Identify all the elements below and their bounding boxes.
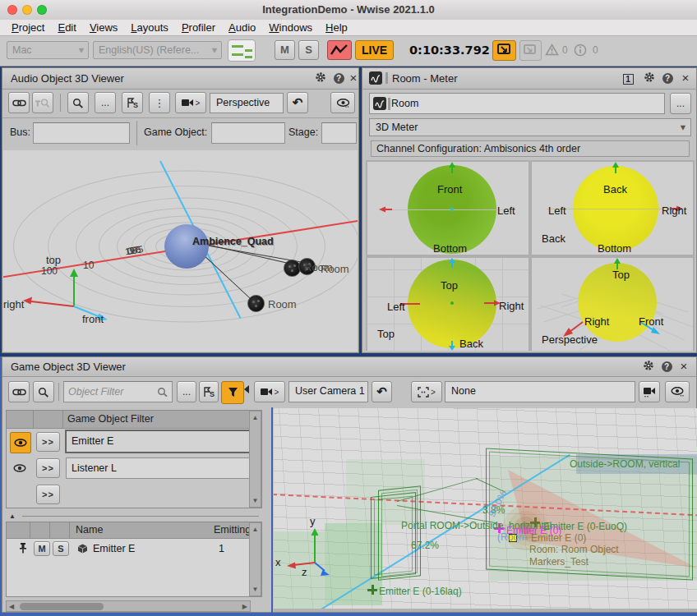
table-row[interactable]: M S Emitter E 1 (7, 538, 250, 561)
camera-field[interactable]: User Camera 1 (288, 381, 368, 402)
menu-views[interactable]: Views (83, 21, 124, 34)
visibility-button[interactable] (665, 381, 690, 402)
info-icon[interactable] (574, 44, 587, 57)
visibility-button[interactable] (330, 92, 355, 113)
visibility-toggle-emitter[interactable] (10, 432, 31, 453)
link-button[interactable] (8, 92, 30, 113)
scroll-up-icon[interactable]: ▲ (250, 414, 261, 421)
gear-icon[interactable] (313, 71, 328, 85)
capture-time: 0:10:33.792 (409, 44, 490, 57)
scroll-down-icon[interactable]: ▼ (250, 586, 261, 593)
master-mute-button[interactable]: M (275, 40, 295, 60)
menu-dots-button[interactable]: ⋮ (149, 92, 170, 113)
name-column-header[interactable]: Name (76, 524, 103, 536)
scrollbar-thumb[interactable] (20, 603, 104, 610)
browse-button[interactable]: ... (670, 93, 691, 114)
row-mute-button[interactable]: M (34, 541, 50, 556)
menu-profiler[interactable]: Profiler (175, 21, 222, 34)
menu-help[interactable]: Help (319, 21, 354, 34)
master-solo-button[interactable]: S (298, 40, 319, 60)
assign-button[interactable]: >> (36, 432, 60, 452)
room-label-truncated: (Room (497, 531, 527, 543)
meter-view-perspective: Top Right Front Perspective (532, 258, 693, 351)
game-3d-viewport[interactable]: Outside->ROOM, vertical Portal ROOM->Out… (274, 408, 697, 609)
table-scrollbar[interactable]: ▲ ▼ (249, 522, 261, 596)
pane-splitter[interactable]: ▲ (6, 512, 262, 520)
filter-options-button[interactable]: ... (177, 381, 196, 402)
audio-3d-scene[interactable]: top 100 10 10 9 8 7 6 5 Ambience_Quad Ro… (3, 150, 358, 352)
follow-target-field[interactable]: None (445, 381, 635, 402)
show-settings-button[interactable]: S (199, 381, 219, 402)
more-options-button[interactable]: ... (95, 92, 116, 113)
search-button[interactable] (67, 92, 89, 113)
link-button[interactable] (8, 381, 30, 402)
instance-button[interactable]: 1 (621, 72, 635, 86)
row-solo-button[interactable]: S (53, 541, 69, 556)
scroll-left-icon[interactable]: ◀ (9, 603, 14, 610)
horizontal-scrollbar[interactable]: ◀ ▶ (6, 600, 251, 612)
scroll-right-icon[interactable]: ▶ (242, 603, 247, 610)
camera-icon (261, 388, 273, 396)
y-axis-label: y (310, 515, 316, 527)
menu-audio[interactable]: Audio (222, 21, 262, 34)
reset-view-button[interactable]: ↶ (287, 92, 308, 113)
visibility-toggle-listener[interactable] (10, 458, 30, 478)
help-icon[interactable]: ? (660, 71, 675, 85)
bus-field[interactable] (33, 122, 130, 144)
scroll-down-icon[interactable]: ▼ (250, 497, 261, 504)
loudness-meter-button[interactable] (228, 39, 256, 62)
game-object-filter-list: Game Object Filter >> Emitter E >> Liste… (6, 410, 262, 508)
assign-button[interactable]: >> (36, 458, 60, 478)
splitter-line (22, 516, 259, 517)
profiler-toggle-button[interactable] (327, 40, 352, 60)
front-sphere-label: Front (437, 183, 462, 195)
close-icon[interactable]: × (346, 71, 361, 85)
live-button[interactable]: LIVE (355, 40, 394, 60)
filter-active-button[interactable] (221, 381, 244, 404)
link-icon (12, 99, 26, 108)
camera-select-button[interactable]: > (175, 92, 206, 113)
dock-accent (0, 613, 697, 616)
gear-icon[interactable] (642, 71, 657, 85)
close-icon[interactable]: × (676, 360, 691, 374)
scroll-up-icon[interactable]: ▲ (250, 526, 261, 533)
help-icon[interactable]: ? (331, 71, 346, 85)
room-label: Room (321, 263, 349, 275)
game-object-field[interactable] (211, 122, 285, 144)
warning-icon[interactable] (545, 44, 559, 56)
meter-target-field[interactable]: Room (369, 93, 665, 114)
camera-mode-field[interactable]: Perspective (210, 93, 284, 113)
remote-connect-button[interactable] (492, 40, 516, 61)
gear-icon[interactable] (641, 360, 656, 374)
close-icon[interactable]: × (678, 71, 693, 85)
menu-windows[interactable]: Windows (262, 21, 319, 34)
menu-bar: Project Edit Views Layouts Profiler Audi… (0, 20, 697, 36)
collapse-arrow[interactable] (244, 385, 249, 393)
chevron-down-icon: ▾ (79, 42, 84, 58)
follow-object-button[interactable]: > (411, 381, 442, 402)
language-select[interactable]: English(US) (Refere... ▾ (93, 41, 222, 59)
search-button[interactable] (33, 381, 54, 402)
up-axis-arrow (612, 162, 620, 173)
camera-icon (182, 99, 194, 107)
meter-mode-dropdown[interactable]: 3D Meter ▾ (369, 118, 691, 136)
camera-select-button[interactable]: > (254, 381, 285, 402)
viewport-scroll-strip[interactable] (274, 609, 697, 612)
filter-list-scrollbar[interactable]: ▲ ▼ (249, 411, 261, 508)
menu-layouts[interactable]: Layouts (124, 21, 175, 34)
emitting-column-header[interactable]: Emitting (214, 524, 250, 536)
filter-row-listener[interactable]: Listener L (66, 457, 251, 479)
stage-field[interactable] (321, 122, 357, 144)
reset-view-button[interactable]: ↶ (372, 381, 392, 402)
menu-project[interactable]: Project (5, 21, 51, 34)
assign-button[interactable]: >> (36, 485, 60, 504)
camera-settings-button[interactable] (639, 381, 660, 402)
sync-button-disabled (519, 40, 542, 61)
menu-edit[interactable]: Edit (51, 21, 82, 34)
platform-select[interactable]: Mac ▾ (7, 41, 89, 59)
show-settings-button[interactable]: S (122, 92, 143, 113)
help-icon[interactable]: ? (659, 360, 674, 374)
collapse-up-icon[interactable]: ▲ (9, 513, 16, 520)
filter-row-emitter[interactable]: Emitter E (66, 430, 251, 453)
pin-icon[interactable] (18, 542, 28, 554)
